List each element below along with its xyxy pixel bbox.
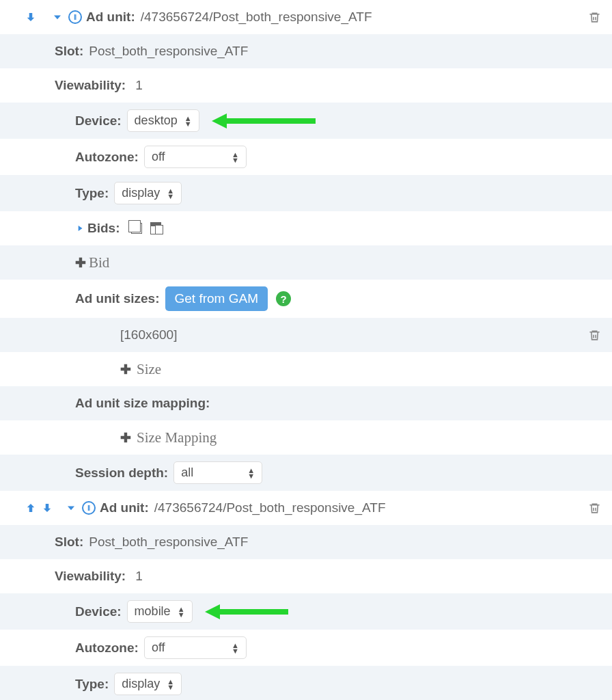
slot-value: Post_both_responsive_ATF (89, 535, 248, 550)
session-depth-value: all (181, 466, 193, 480)
chevron-right-icon[interactable] (75, 224, 85, 233)
session-depth-select[interactable]: all ▲▼ (173, 461, 262, 484)
add-size-label: Size (137, 361, 161, 378)
viewability-label: Viewability: (55, 78, 126, 93)
device-label: Device: (75, 604, 122, 619)
trash-icon[interactable] (588, 11, 601, 24)
pause-icon[interactable] (82, 501, 96, 515)
get-from-gam-button[interactable]: Get from GAM (165, 286, 268, 311)
type-label: Type: (75, 186, 109, 201)
select-arrows-icon: ▲▼ (184, 116, 192, 126)
plus-icon: ✚ (120, 430, 131, 446)
autozone-label: Autozone: (75, 150, 139, 165)
viewability-value: 1 (135, 569, 143, 584)
autozone-row: Autozone: off ▲▼ (0, 139, 612, 175)
ad-unit-path: /473656724/Post_both_responsive_ATF (154, 500, 386, 515)
bids-row: Bids: (0, 211, 612, 245)
add-size-mapping-row[interactable]: ✚ Size Mapping (0, 420, 612, 455)
bids-label: Bids: (87, 221, 120, 236)
chevron-down-icon[interactable] (51, 10, 64, 24)
viewability-row: Viewability: 1 (0, 559, 612, 593)
viewability-row: Viewability: 1 (0, 68, 612, 103)
slot-label: Slot: (55, 44, 83, 59)
type-select[interactable]: display ▲▼ (114, 673, 182, 695)
type-select-value: display (122, 677, 160, 691)
autozone-select[interactable]: off ▲▼ (144, 146, 247, 168)
trash-icon[interactable] (588, 329, 601, 342)
size-mapping-row: Ad unit size mapping: (0, 386, 612, 420)
help-icon[interactable]: ? (276, 291, 291, 306)
sizes-row: Ad unit sizes: Get from GAM ? (0, 280, 612, 318)
sizes-label: Ad unit sizes: (75, 291, 160, 306)
chevron-down-icon[interactable] (64, 501, 78, 515)
select-arrows-icon: ▲▼ (167, 679, 174, 690)
annotation-arrow (212, 113, 316, 129)
device-select-value: desktop (135, 113, 178, 128)
size-value: [160x600] (120, 327, 177, 342)
add-bid-row[interactable]: ✚ Bid (0, 245, 612, 280)
add-size-row[interactable]: ✚ Size (0, 352, 612, 386)
trash-icon[interactable] (588, 502, 601, 515)
move-down-icon[interactable] (41, 502, 53, 514)
ad-unit-path: /473656724/Post_both_responsive_ATF (141, 10, 372, 25)
device-select[interactable]: mobile ▲▼ (127, 600, 193, 623)
plus-icon: ✚ (120, 362, 131, 377)
device-label: Device: (75, 113, 122, 129)
type-row: Type: display ▲▼ (0, 175, 612, 211)
type-select[interactable]: display ▲▼ (114, 182, 182, 204)
select-arrows-icon: ▲▼ (247, 468, 255, 479)
session-depth-label: Session depth: (75, 466, 168, 481)
add-bid-label: Bid (89, 254, 109, 271)
move-down-icon[interactable] (25, 11, 37, 23)
device-select[interactable]: desktop ▲▼ (127, 109, 199, 132)
autozone-row: Autozone: off ▲▼ (0, 630, 612, 666)
plus-icon: ✚ (75, 255, 86, 271)
slot-label: Slot: (55, 535, 83, 550)
select-arrows-icon: ▲▼ (167, 188, 174, 199)
device-row: Device: desktop ▲▼ (0, 103, 612, 139)
size-value-row: [160x600] (0, 318, 612, 352)
autozone-select-value: off (152, 641, 165, 655)
annotation-arrow (205, 604, 288, 619)
copy-icon[interactable] (131, 223, 142, 234)
slot-row: Slot: Post_both_responsive_ATF (0, 34, 612, 68)
select-arrows-icon: ▲▼ (232, 643, 239, 654)
type-row: Type: display ▲▼ (0, 666, 612, 700)
ad-unit-label: Ad unit: (86, 10, 135, 25)
select-arrows-icon: ▲▼ (232, 152, 239, 163)
add-size-mapping-label: Size Mapping (137, 429, 217, 446)
viewability-label: Viewability: (55, 569, 126, 584)
viewability-value: 1 (135, 78, 143, 93)
type-select-value: display (122, 186, 160, 200)
autozone-select-value: off (152, 150, 165, 164)
pause-icon[interactable] (68, 10, 82, 24)
ad-unit-label: Ad unit: (100, 500, 149, 515)
slot-row: Slot: Post_both_responsive_ATF (0, 525, 612, 559)
type-label: Type: (75, 677, 109, 692)
device-row: Device: mobile ▲▼ (0, 593, 612, 630)
slot-value: Post_both_responsive_ATF (89, 44, 248, 59)
paste-icon[interactable] (150, 222, 161, 234)
device-select-value: mobile (135, 604, 171, 619)
ad-unit-header: Ad unit: /473656724/Post_both_responsive… (0, 0, 612, 34)
session-depth-row: Session depth: all ▲▼ (0, 455, 612, 491)
ad-unit-header: Ad unit: /473656724/Post_both_responsive… (0, 491, 612, 525)
move-up-icon[interactable] (25, 502, 37, 514)
select-arrows-icon: ▲▼ (178, 606, 185, 617)
size-mapping-label: Ad unit size mapping: (75, 396, 210, 411)
autozone-label: Autozone: (75, 641, 139, 656)
autozone-select[interactable]: off ▲▼ (144, 636, 247, 659)
